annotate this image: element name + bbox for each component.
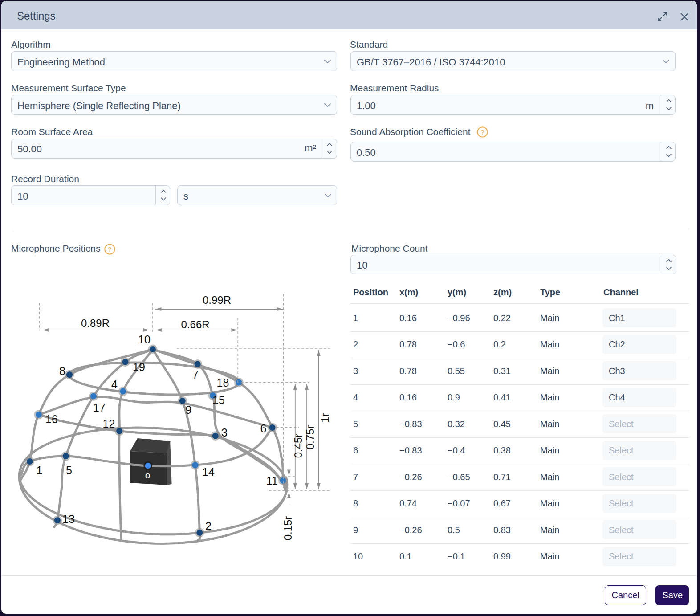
svg-text:?: ? [481,129,484,136]
svg-text:?: ? [108,246,112,253]
